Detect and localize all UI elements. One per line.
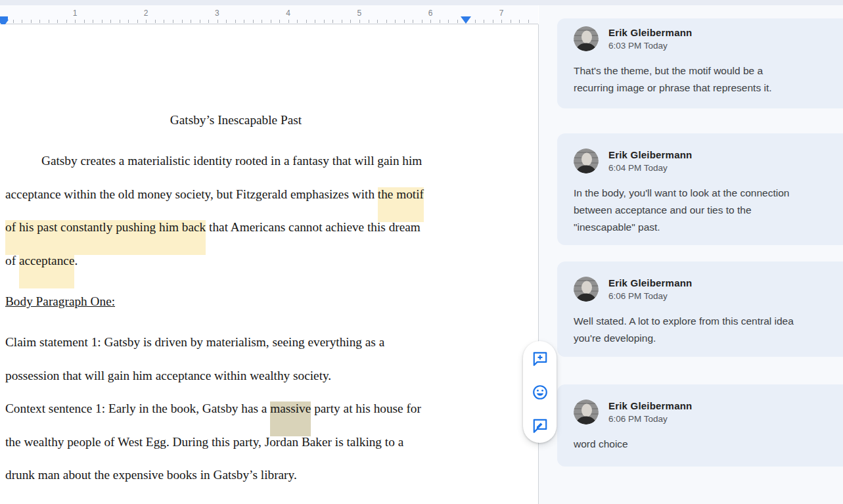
doc-line[interactable]: Lead-in + Quote #1 + citation: The drunk… (5, 501, 467, 504)
section-heading: Body Paragraph One: (5, 294, 115, 308)
avatar[interactable] (574, 149, 599, 173)
emoji-smiley-icon (532, 384, 549, 401)
comment-anchor-highlight[interactable]: massive (270, 401, 311, 436)
comment-text: In the body, you'll want to look at the … (574, 185, 834, 236)
comment-anchor-highlight[interactable]: of his past constantly pushing him back (5, 220, 206, 255)
top-chrome-strip (0, 0, 843, 5)
ruler-number: 5 (357, 9, 361, 18)
suggest-edits-icon (532, 417, 549, 434)
comment-anchor-highlight[interactable]: acceptance (19, 254, 75, 288)
doc-line[interactable]: possession that will gain him acceptance… (5, 368, 467, 401)
comment-timestamp: 6:06 PM Today (608, 414, 692, 424)
avatar[interactable] (574, 277, 599, 302)
comment-anchor-highlight[interactable]: the motif (378, 187, 424, 222)
comment-text: That's the theme, but the motif would be… (574, 62, 834, 97)
comment-text: Well stated. A lot to explore from this … (574, 313, 834, 347)
doc-line[interactable]: the wealthy people of West Egg. During t… (5, 434, 467, 468)
comments-panel: Erik Gleibermann 6:03 PM Today That's th… (539, 5, 843, 504)
comment-timestamp: 6:06 PM Today (608, 291, 692, 301)
comment-author: Erik Gleibermann (608, 27, 692, 39)
comment-card[interactable]: Erik Gleibermann 6:06 PM Today Well stat… (557, 262, 843, 357)
avatar[interactable] (574, 26, 599, 51)
add-comment-button[interactable] (532, 350, 549, 367)
ruler-number: 3 (215, 9, 219, 18)
ruler-number: 7 (499, 9, 504, 18)
doc-line[interactable]: Gatsby creates a materialistic identity … (5, 153, 467, 187)
document-page[interactable]: Gatsby’s Inescapable Past Gatsby creates… (0, 24, 538, 504)
floating-action-pill (523, 341, 557, 443)
comment-text: word choice (574, 436, 834, 453)
ruler-number: 2 (144, 9, 148, 18)
doc-title: Gatsby’s Inescapable Past (170, 113, 302, 127)
comment-timestamp: 6:04 PM Today (608, 163, 692, 173)
ruler-tick-marks (4, 20, 537, 23)
comment-author: Erik Gleibermann (608, 149, 692, 161)
avatar[interactable] (574, 400, 599, 424)
comment-card[interactable]: Erik Gleibermann 6:04 PM Today In the bo… (557, 133, 843, 245)
doc-line[interactable]: of acceptance. (5, 253, 467, 286)
doc-line[interactable]: Context sentence 1: Early in the book, G… (5, 401, 467, 434)
horizontal-ruler[interactable]: 1 2 3 4 5 6 7 (0, 5, 538, 24)
doc-line[interactable]: acceptance within the old money society,… (5, 187, 467, 220)
ruler-number: 1 (73, 9, 78, 18)
document-text[interactable]: Gatsby’s Inescapable Past Gatsby creates… (5, 112, 467, 504)
ruler-number: 6 (428, 9, 433, 18)
suggest-edits-button[interactable] (532, 417, 549, 434)
comment-author: Erik Gleibermann (608, 400, 692, 412)
ruler-number: 4 (286, 9, 290, 18)
right-indent-marker[interactable] (461, 16, 471, 24)
comment-timestamp: 6:03 PM Today (608, 41, 692, 51)
doc-line[interactable]: Claim statement 1: Gatsby is driven by m… (5, 334, 467, 368)
add-comment-icon (532, 350, 549, 367)
comment-card[interactable]: Erik Gleibermann 6:03 PM Today That's th… (557, 18, 843, 108)
comment-card[interactable]: Erik Gleibermann 6:06 PM Today word choi… (557, 384, 843, 467)
add-reaction-button[interactable] (532, 384, 549, 401)
comment-author: Erik Gleibermann (608, 277, 692, 289)
doc-line[interactable]: drunk man about the expensive books in G… (5, 467, 467, 501)
doc-title-line[interactable]: Gatsby’s Inescapable Past (5, 112, 467, 146)
doc-line[interactable]: Body Paragraph One: (5, 294, 467, 327)
doc-line[interactable]: of his past constantly pushing him back … (5, 219, 467, 253)
